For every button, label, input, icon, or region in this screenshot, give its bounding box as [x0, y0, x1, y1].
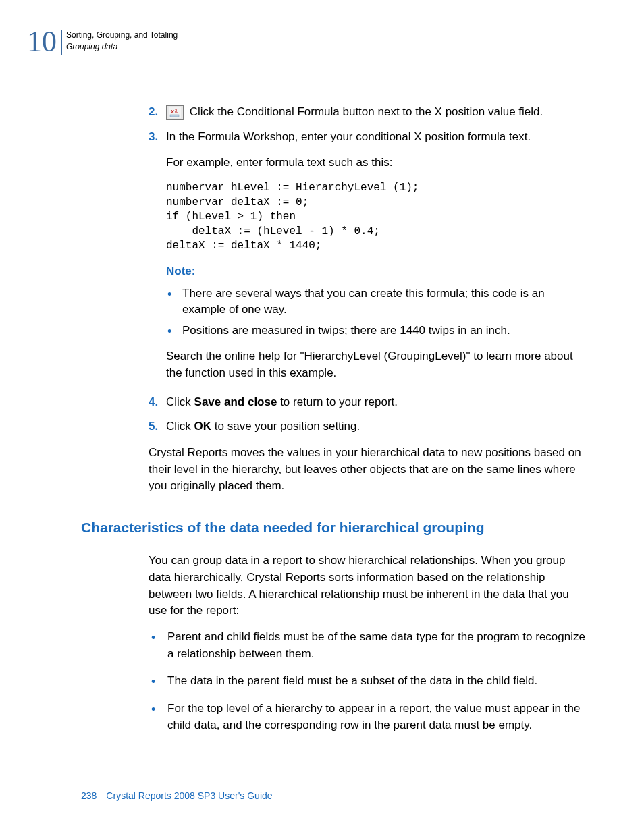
step-number: 3. — [149, 129, 166, 146]
step-3-text: In the Formula Workshop, enter your cond… — [166, 130, 531, 143]
page-number: 238 — [81, 790, 97, 801]
chapter-number: 10 — [27, 27, 57, 57]
note-followup: Search the online help for "HierarchyLev… — [166, 348, 590, 381]
step-4-bold: Save and close — [194, 395, 277, 408]
step-4-pre: Click — [166, 395, 194, 408]
step-4-post: to return to your report. — [277, 395, 398, 408]
section-intro: You can group data in a report to show h… — [149, 553, 590, 619]
code-example: numbervar hLevel := HierarchyLevel (1); … — [166, 181, 590, 254]
step-2: 2. x 2 Click the Conditional Formula but… — [149, 104, 590, 121]
page-footer: 238Crystal Reports 2008 SP3 User's Guide — [81, 790, 273, 801]
example-intro: For example, enter formula text such as … — [166, 155, 590, 171]
header-text: Sorting, Grouping, and Totaling Grouping… — [66, 27, 178, 53]
note-label: Note: — [166, 263, 590, 280]
step-4: 4. Click Save and close to return to you… — [149, 394, 590, 411]
step-5-pre: Click — [166, 420, 194, 433]
section-bullet: For the top level of a hierarchy to appe… — [149, 700, 590, 734]
svg-text:x: x — [171, 108, 174, 115]
step-number: 2. — [149, 104, 166, 121]
section-heading: Characteristics of the data needed for h… — [81, 518, 590, 538]
conditional-formula-icon: x 2 — [166, 105, 184, 120]
note-bullet: Positions are measured in twips; there a… — [166, 323, 590, 339]
closing-paragraph: Crystal Reports moves the values in your… — [149, 445, 590, 495]
step-number: 4. — [149, 394, 166, 411]
note-bullet: There are several ways that you can crea… — [166, 285, 590, 319]
page-header: 10 Sorting, Grouping, and Totaling Group… — [27, 27, 590, 57]
header-divider — [61, 30, 62, 55]
svg-rect-4 — [170, 115, 179, 117]
header-subtitle: Grouping data — [66, 41, 178, 53]
step-body: Click OK to save your position setting. — [166, 418, 590, 435]
header-title: Sorting, Grouping, and Totaling — [66, 30, 178, 41]
step-3: 3. In the Formula Workshop, enter your c… — [149, 129, 590, 146]
step-2-text: Click the Conditional Formula button nex… — [186, 105, 543, 118]
main-content: 2. x 2 Click the Conditional Formula but… — [149, 104, 590, 734]
step-body: Click Save and close to return to your r… — [166, 394, 590, 411]
step-body: x 2 Click the Conditional Formula button… — [166, 104, 590, 121]
step-5: 5. Click OK to save your position settin… — [149, 418, 590, 435]
step-5-bold: OK — [194, 420, 212, 433]
doc-title: Crystal Reports 2008 SP3 User's Guide — [106, 790, 272, 801]
step-number: 5. — [149, 418, 166, 435]
page: 10 Sorting, Grouping, and Totaling Group… — [0, 0, 644, 828]
step-5-post: to save your position setting. — [211, 420, 360, 433]
section-bullets: Parent and child fields must be of the s… — [149, 629, 590, 734]
section-bullet: The data in the parent field must be a s… — [149, 673, 590, 690]
step-body: In the Formula Workshop, enter your cond… — [166, 129, 590, 146]
note-bullets: There are several ways that you can crea… — [166, 285, 590, 339]
section-bullet: Parent and child fields must be of the s… — [149, 629, 590, 662]
